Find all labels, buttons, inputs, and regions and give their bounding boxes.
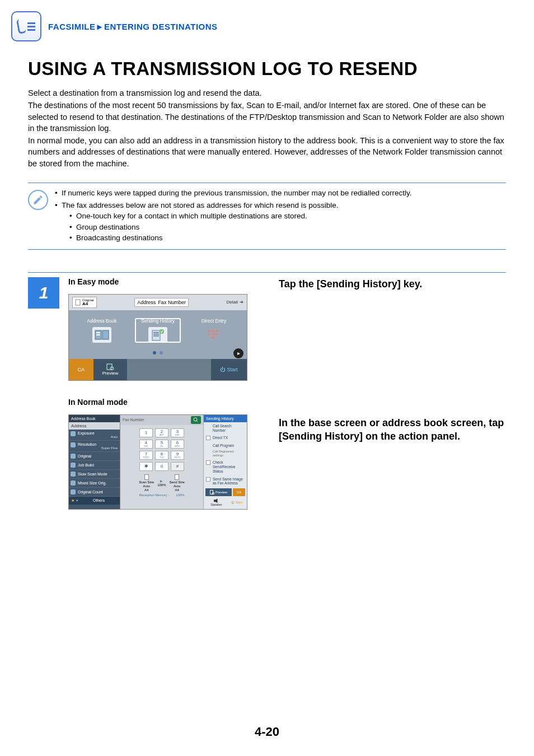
svg-rect-15: [216, 333, 218, 335]
next-page-button[interactable]: ▸: [233, 348, 243, 358]
sending-history-action[interactable]: Sending History: [204, 415, 247, 422]
easy-main: Address Book Sending History Direct Entr…: [69, 310, 247, 348]
preview-button[interactable]: Preview: [205, 488, 232, 496]
direct-entry-card[interactable]: Direct Entry: [191, 318, 237, 343]
note-subitem: Broadcasting destinations: [69, 232, 506, 244]
search-icon: [193, 417, 199, 423]
action-item[interactable]: Send Same Image as Fax Address: [204, 475, 247, 488]
keypad-key[interactable]: #: [171, 462, 184, 471]
send-size[interactable]: Send Size Auto A4: [170, 474, 185, 492]
key-letters: TUV: [160, 456, 164, 459]
note-item: The fax addresses below are not stored a…: [55, 200, 506, 244]
settings-item[interactable]: Original: [69, 452, 120, 461]
keypad-key[interactable]: ✱: [139, 462, 153, 471]
action-item[interactable]: Call Program: [204, 442, 247, 450]
settings-item-value: Auto: [78, 435, 118, 438]
scan-size[interactable]: Scan Size Auto A4: [139, 474, 154, 492]
settings-item[interactable]: Original Count: [69, 488, 120, 497]
action-item[interactable]: Check Send/Receive Status: [204, 459, 247, 475]
start-button[interactable]: ⏻ Start: [211, 359, 247, 380]
scan-size-a4: A4: [144, 488, 148, 492]
detail-link[interactable]: Detail ➔: [227, 300, 243, 305]
breadcrumb-sub: ENTERING DESTINATIONS: [104, 22, 218, 31]
action-item[interactable]: Direct TX: [204, 434, 247, 442]
keypad-key[interactable]: 5JKL: [155, 440, 168, 449]
keypad-key[interactable]: 1: [139, 428, 153, 437]
easy-top-bar: Original A4 Address Fax Number Detail ➔: [69, 295, 247, 310]
step-divider: [28, 272, 506, 273]
ca-button[interactable]: CA: [69, 359, 93, 380]
keypad-key[interactable]: 7PQRS: [139, 451, 153, 460]
scan-size-label: Scan Size: [139, 480, 154, 484]
others-label: Others: [80, 498, 118, 502]
settings-item-icon: [71, 480, 76, 486]
settings-item[interactable]: Mixed Size Orig.: [69, 479, 120, 488]
breadcrumb-section: FACSIMILE: [48, 22, 96, 31]
preview-button[interactable]: Preview: [93, 359, 127, 380]
search-button[interactable]: [191, 416, 201, 424]
keypad-key[interactable]: 9WXYZ: [171, 451, 184, 460]
key-letters: JKL: [160, 445, 164, 447]
arrow-right-icon: ▶: [160, 479, 163, 483]
address-label: Address: [71, 423, 87, 428]
settings-item[interactable]: Job Build: [69, 461, 120, 470]
note-item-text: The fax addresses below are not stored a…: [62, 201, 339, 209]
speaker-button[interactable]: Speaker: [205, 497, 227, 507]
key-letters: WXYZ: [174, 456, 181, 459]
keypad-key[interactable]: 3DEF: [171, 428, 184, 437]
settings-item-title: Mixed Size Orig.: [78, 481, 118, 485]
svg-rect-11: [212, 330, 214, 332]
easy-pager: ▸: [69, 348, 247, 359]
settings-item-icon: [71, 463, 76, 468]
action-item[interactable]: Call Search Number: [204, 422, 247, 435]
page-icon: [175, 474, 179, 480]
pager-dot-active: [153, 351, 156, 354]
settings-item-value: Super Fine: [78, 446, 118, 450]
sending-history-label: Sending History: [135, 318, 181, 324]
chevron-down-icon: ▾: [76, 498, 78, 503]
settings-item-title: Original Count: [78, 490, 118, 494]
note-list: If numeric keys were tapped during the p…: [55, 188, 506, 245]
send-size-auto: Auto: [174, 484, 180, 488]
settings-item[interactable]: ResolutionSuper Fine: [69, 441, 120, 452]
keypad-key[interactable]: 2ABC: [155, 428, 168, 437]
note-item: If numeric keys were tapped during the p…: [55, 188, 506, 199]
sending-history-card[interactable]: Sending History: [135, 318, 181, 343]
pencil-icon: [28, 190, 48, 210]
settings-item-icon: [71, 431, 76, 436]
intro-text: Select a destination from a transmission…: [28, 87, 506, 169]
easy-mode-panel: Original A4 Address Fax Number Detail ➔: [68, 294, 247, 381]
settings-item-title: Exposure: [78, 431, 118, 435]
intro-p1: Select a destination from a transmission…: [28, 87, 506, 99]
action-item[interactable]: Call Registered settings: [204, 450, 247, 459]
others-button[interactable]: ★ ▾ Others: [69, 497, 120, 505]
settings-item[interactable]: ExposureAuto: [69, 430, 120, 441]
normal-action-panel: Sending History Call Search NumberDirect…: [203, 415, 247, 509]
speaker-icon: [214, 498, 219, 503]
normal-mid-pane: Fax Number 12ABC3DEF4GHI5JKL6MNO7PQRS8TU…: [120, 415, 203, 509]
address-book-card[interactable]: Address Book: [79, 318, 125, 343]
note-block: If numeric keys were tapped during the p…: [28, 183, 506, 250]
keypad-key[interactable]: 8TUV: [155, 451, 168, 460]
svg-rect-4: [96, 334, 100, 335]
svg-rect-3: [96, 332, 100, 333]
keypad-key[interactable]: 4GHI: [139, 440, 153, 449]
send-size-a4: A4: [175, 488, 179, 492]
address-field[interactable]: Address Fax Number: [134, 298, 189, 307]
svg-rect-14: [212, 333, 214, 335]
original-value: A4: [82, 302, 94, 306]
power-icon: ⏻: [231, 501, 235, 504]
settings-item[interactable]: Slow Scan Mode: [69, 470, 120, 479]
start-button[interactable]: ⏻ Start: [228, 497, 245, 507]
svg-rect-8: [153, 335, 159, 337]
note-sublist: One-touch key for a contact in which mul…: [62, 211, 506, 244]
address-book-tab[interactable]: Address Book: [69, 415, 120, 422]
original-chip[interactable]: Original A4: [72, 297, 97, 308]
address-row[interactable]: Address: [69, 422, 120, 430]
keypad-key[interactable]: 0: [155, 462, 168, 471]
svg-rect-16: [212, 337, 214, 339]
action-label: Send Same Image as Fax Address: [213, 477, 243, 486]
svg-rect-12: [216, 330, 218, 332]
ca-button[interactable]: CA: [233, 488, 245, 496]
keypad-key[interactable]: 6MNO: [171, 440, 184, 449]
